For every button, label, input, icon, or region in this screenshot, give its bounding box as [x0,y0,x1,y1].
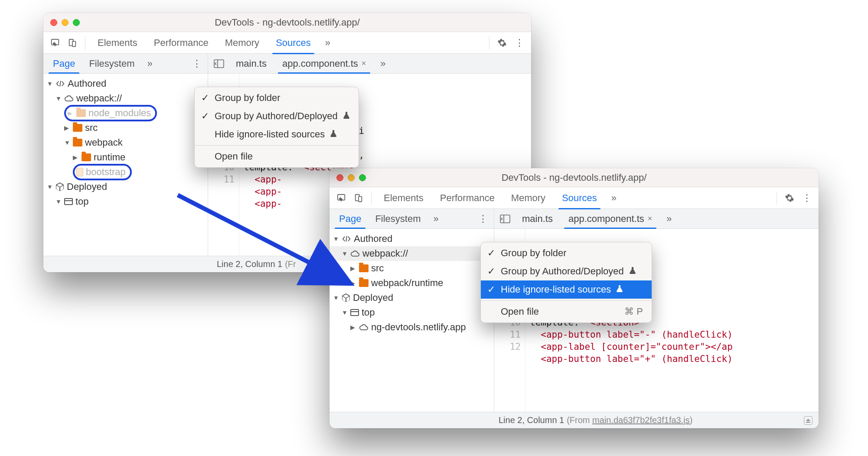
minimize-window-button[interactable] [62,19,69,26]
subtab-filesystem[interactable]: Filesystem [369,209,427,229]
tree-webpack-scheme[interactable]: ▼ webpack:// [43,91,208,106]
filetab-app-component-ts[interactable]: app.component.ts × [276,54,372,74]
main-tabs: Elements Performance Memory Sources » ⋮ [43,32,531,54]
close-window-button[interactable] [336,174,343,181]
menu-hide-ignore-listed[interactable]: ✓ Hide ignore-listed sources [481,280,652,299]
tree-deployed[interactable]: ▼ Deployed [43,179,208,194]
close-tab-icon[interactable]: × [362,59,366,68]
folder-icon [359,264,369,272]
tree-node-modules[interactable]: ▶ node_modules [43,106,208,121]
tab-elements[interactable]: Elements [91,32,144,54]
kebab-menu-icon[interactable]: ⋮ [512,36,527,50]
svg-rect-8 [500,215,510,223]
check-icon: ✓ [201,111,209,122]
more-tabs-icon[interactable]: » [320,36,335,50]
menu-open-file[interactable]: Open file [195,145,359,166]
show-bottom-drawer-icon[interactable] [804,416,813,425]
tree-src[interactable]: ▶ src [330,261,494,276]
code-icon [342,235,351,243]
tree-top[interactable]: ▼ top [330,305,494,320]
tab-performance[interactable]: Performance [433,187,502,209]
settings-icon[interactable] [495,36,509,50]
cloud-icon [350,251,360,257]
inspect-icon[interactable] [334,191,349,205]
folder-icon [73,139,82,147]
svg-rect-7 [359,196,362,202]
sources-subbar: Page Filesystem » ⋮ main.ts app.componen… [330,209,819,229]
close-tab-icon[interactable]: × [648,214,653,223]
subtab-filesystem[interactable]: Filesystem [83,54,140,74]
source-map-link[interactable]: main.da63f7b2fe3f1fa3.js [592,415,690,425]
flask-icon [616,284,623,295]
code-icon [55,80,65,88]
more-subtabs-icon[interactable]: » [429,212,444,226]
sources-subbar: Page Filesystem » ⋮ main.ts app.componen… [43,54,531,74]
svg-rect-3 [214,60,224,68]
menu-group-by-authored[interactable]: ✓ Group by Authored/Deployed [195,107,359,125]
folder-icon [359,279,369,287]
main-tabs: Elements Performance Memory Sources » ⋮ [330,187,819,209]
frame-icon [350,309,359,316]
menu-group-by-authored[interactable]: ✓ Group by Authored/Deployed [481,262,652,280]
check-icon: ✓ [487,284,496,295]
tree-runtime[interactable]: ▶ runtime [43,150,208,165]
filetab-main-ts[interactable]: main.ts [516,209,559,229]
cursor-position: Line 2, Column 1 [217,259,282,269]
frame-icon [64,198,73,205]
tree-deployed[interactable]: ▼ Deployed [330,290,494,305]
tab-elements[interactable]: Elements [377,187,431,209]
cursor-position: Line 2, Column 1 [499,415,564,425]
menu-group-by-folder[interactable]: ✓ Group by folder [481,244,652,262]
tree-webpack-scheme[interactable]: ▼ webpack:// [330,246,494,261]
menu-open-file[interactable]: Open file ⌘ P [481,300,652,321]
window-controls [336,174,366,181]
navigator-context-menu: ✓ Group by folder ✓ Group by Authored/De… [480,242,652,323]
file-icon [76,168,83,176]
tree-src[interactable]: ▶ src [43,121,208,135]
filetab-app-component-ts[interactable]: app.component.ts × [562,209,658,229]
file-nav-icon[interactable] [212,56,226,71]
titlebar: DevTools - ng-devtools.netlify.app/ [43,13,531,32]
inspect-icon[interactable] [48,36,62,50]
menu-group-by-folder[interactable]: ✓ Group by folder [195,89,359,107]
tree-bootstrap[interactable]: bootstrap [43,165,208,179]
navigator-menu-icon[interactable]: ⋮ [476,212,490,226]
tree-webpack-folder[interactable]: ▼ webpack [43,135,208,150]
device-toggle-icon[interactable] [351,191,366,205]
minimize-window-button[interactable] [348,174,355,181]
kebab-menu-icon[interactable]: ⋮ [799,191,814,205]
tree-authored[interactable]: ▼ Authored [330,231,494,246]
navigator-tree: ▼ Authored ▼ webpack:// ▶ src ▶ webpack/… [330,229,494,412]
more-tabs-icon[interactable]: » [607,191,621,205]
tab-memory[interactable]: Memory [504,187,552,209]
subtab-page[interactable]: Page [47,54,81,74]
settings-icon[interactable] [782,191,797,205]
tree-top[interactable]: ▼ top [43,194,208,209]
titlebar: DevTools - ng-devtools.netlify.app/ [330,168,819,187]
tree-authored[interactable]: ▼ Authored [43,76,208,91]
more-filetabs-icon[interactable]: » [662,212,676,226]
tab-memory[interactable]: Memory [218,32,266,54]
more-filetabs-icon[interactable]: » [375,56,390,71]
window-controls [50,19,80,26]
tree-webpack-runtime[interactable]: ▶ webpack/runtime [330,276,494,290]
file-nav-icon[interactable] [498,212,512,226]
device-toggle-icon[interactable] [65,36,80,50]
maximize-window-button[interactable] [73,19,80,26]
highlight-bootstrap: bootstrap [73,164,132,180]
subtab-page[interactable]: Page [333,209,367,229]
cloud-icon [64,95,74,102]
more-subtabs-icon[interactable]: » [143,56,157,71]
filetab-main-ts[interactable]: main.ts [230,54,273,74]
svg-rect-2 [72,41,75,46]
navigator-menu-icon[interactable]: ⋮ [189,56,204,71]
close-window-button[interactable] [50,19,57,26]
maximize-window-button[interactable] [359,174,366,181]
tab-sources[interactable]: Sources [555,187,604,209]
menu-hide-ignore-listed[interactable]: Hide ignore-listed sources [195,125,359,143]
tab-sources[interactable]: Sources [269,32,318,54]
tab-performance[interactable]: Performance [147,32,215,54]
flask-icon [629,266,636,277]
tree-netlify-domain[interactable]: ▶ ng-devtools.netlify.app [330,320,494,335]
devtools-window-after: DevTools - ng-devtools.netlify.app/ Elem… [330,168,819,428]
